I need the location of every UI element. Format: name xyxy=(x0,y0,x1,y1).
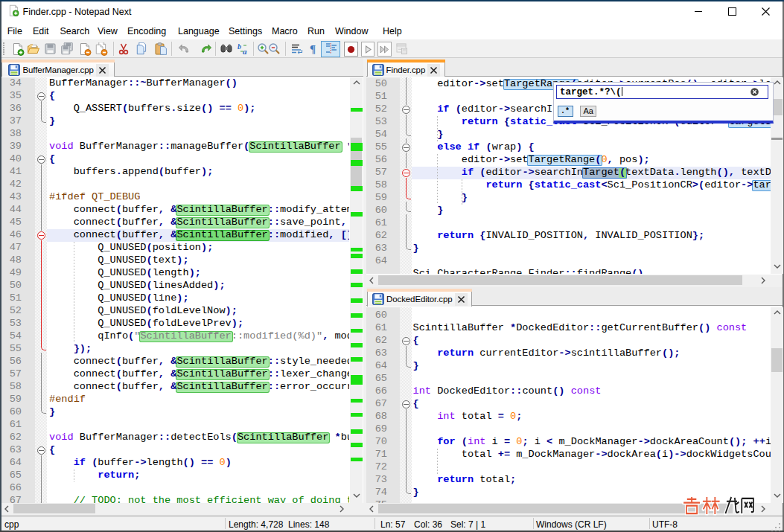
svg-text:b: b xyxy=(238,42,241,51)
svg-text:¶: ¶ xyxy=(310,43,316,55)
